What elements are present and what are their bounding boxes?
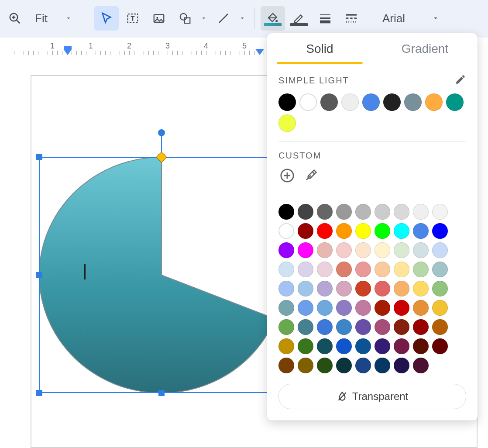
color-swatch[interactable]	[394, 281, 409, 296]
color-swatch[interactable]	[375, 223, 390, 239]
color-swatch[interactable]	[413, 242, 429, 258]
edit-theme-icon[interactable]	[455, 74, 466, 87]
theme-swatch[interactable]	[446, 93, 464, 111]
color-swatch[interactable]	[317, 338, 333, 354]
rotate-handle[interactable]	[158, 129, 165, 136]
color-swatch[interactable]	[394, 338, 409, 354]
color-swatch[interactable]	[432, 223, 448, 239]
color-swatch[interactable]	[336, 223, 352, 239]
color-swatch[interactable]	[394, 242, 409, 258]
color-swatch[interactable]	[317, 281, 333, 296]
color-swatch[interactable]	[432, 300, 448, 316]
color-swatch[interactable]	[375, 300, 390, 316]
textbox-tool[interactable]	[120, 6, 145, 31]
color-swatch[interactable]	[375, 319, 390, 335]
color-swatch[interactable]	[432, 319, 448, 335]
theme-swatch[interactable]	[425, 93, 443, 111]
color-swatch[interactable]	[355, 262, 371, 277]
color-swatch[interactable]	[336, 281, 352, 296]
color-swatch[interactable]	[298, 338, 313, 354]
line-tool-dropdown[interactable]	[237, 6, 248, 31]
color-swatch[interactable]	[355, 204, 371, 220]
zoom-icon[interactable]	[3, 6, 27, 31]
color-swatch[interactable]	[413, 262, 429, 277]
theme-swatch[interactable]	[341, 93, 359, 111]
color-swatch[interactable]	[394, 223, 409, 239]
color-swatch[interactable]	[278, 223, 294, 239]
color-swatch[interactable]	[298, 223, 313, 239]
theme-swatch[interactable]	[299, 93, 317, 111]
color-swatch[interactable]	[432, 281, 448, 296]
selection-handle-tl[interactable]	[36, 154, 42, 160]
color-swatch[interactable]	[355, 223, 371, 239]
color-swatch[interactable]	[432, 262, 448, 277]
color-swatch[interactable]	[375, 358, 390, 373]
color-swatch[interactable]	[394, 262, 409, 277]
tab-solid[interactable]: Solid	[267, 42, 372, 64]
color-swatch[interactable]	[375, 262, 390, 277]
font-family-select[interactable]: Arial	[376, 6, 445, 31]
color-swatch[interactable]	[432, 338, 448, 354]
shape-tool-dropdown[interactable]	[198, 6, 210, 31]
color-swatch[interactable]	[413, 204, 429, 220]
color-swatch[interactable]	[413, 223, 429, 239]
color-swatch[interactable]	[278, 319, 294, 335]
line-tool[interactable]	[211, 6, 236, 31]
add-custom-color-button[interactable]	[278, 167, 296, 184]
color-swatch[interactable]	[336, 204, 352, 220]
color-swatch[interactable]	[394, 204, 409, 220]
shape-tool[interactable]	[173, 6, 197, 31]
image-tool[interactable]	[147, 6, 171, 31]
color-swatch[interactable]	[298, 300, 313, 316]
color-swatch[interactable]	[317, 300, 333, 316]
theme-swatch[interactable]	[383, 93, 401, 111]
color-swatch[interactable]	[317, 262, 333, 277]
eyedropper-button[interactable]	[302, 167, 320, 184]
color-swatch[interactable]	[317, 358, 333, 373]
color-swatch[interactable]	[336, 358, 352, 373]
color-swatch[interactable]	[394, 319, 409, 335]
color-swatch[interactable]	[432, 242, 448, 258]
color-swatch[interactable]	[278, 262, 294, 277]
color-swatch[interactable]	[413, 338, 429, 354]
color-swatch[interactable]	[298, 242, 313, 258]
color-swatch[interactable]	[355, 242, 371, 258]
selection-handle-ml[interactable]	[36, 272, 42, 278]
color-swatch[interactable]	[278, 300, 294, 316]
color-swatch[interactable]	[375, 204, 390, 220]
theme-swatch[interactable]	[404, 93, 422, 111]
color-swatch[interactable]	[336, 300, 352, 316]
selection-handle-bl[interactable]	[36, 390, 42, 396]
color-swatch[interactable]	[298, 204, 313, 220]
color-swatch[interactable]	[394, 300, 409, 316]
color-swatch[interactable]	[355, 281, 371, 296]
selection-handle-bm[interactable]	[158, 390, 165, 396]
transparent-button[interactable]: Transparent	[278, 384, 466, 409]
color-swatch[interactable]	[298, 319, 313, 335]
color-swatch[interactable]	[413, 300, 429, 316]
color-swatch[interactable]	[336, 319, 352, 335]
zoom-select[interactable]: Fit	[29, 6, 78, 31]
indent-marker[interactable]	[255, 49, 264, 55]
theme-swatch[interactable]	[320, 93, 338, 111]
theme-swatch[interactable]	[278, 114, 296, 132]
color-swatch[interactable]	[375, 281, 390, 296]
color-swatch[interactable]	[317, 204, 333, 220]
color-swatch[interactable]	[278, 204, 294, 220]
color-swatch[interactable]	[355, 358, 371, 373]
color-swatch[interactable]	[413, 281, 429, 296]
indent-marker[interactable]	[63, 49, 72, 55]
color-swatch[interactable]	[298, 358, 313, 373]
color-swatch[interactable]	[317, 242, 333, 258]
color-swatch[interactable]	[317, 223, 333, 239]
fill-color-button[interactable]	[261, 6, 285, 31]
color-swatch[interactable]	[298, 281, 313, 296]
color-swatch[interactable]	[432, 204, 448, 220]
color-swatch[interactable]	[278, 281, 294, 296]
color-swatch[interactable]	[355, 300, 371, 316]
color-swatch[interactable]	[355, 319, 371, 335]
theme-swatch[interactable]	[362, 93, 380, 111]
tab-gradient[interactable]: Gradient	[372, 42, 478, 64]
color-swatch[interactable]	[413, 319, 429, 335]
color-swatch[interactable]	[336, 338, 352, 354]
